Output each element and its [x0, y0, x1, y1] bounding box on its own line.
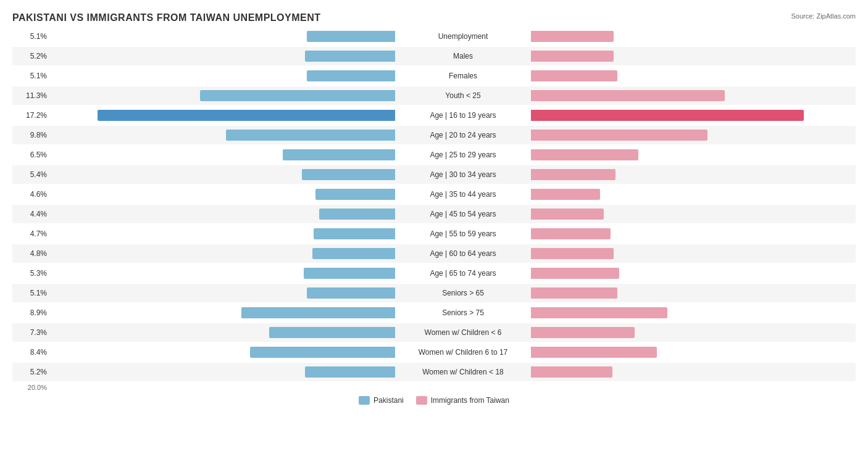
left-value: 17.2%: [12, 111, 49, 120]
left-bar: [241, 307, 395, 318]
left-value: 11.3%: [12, 91, 49, 100]
right-bar: [531, 51, 614, 62]
left-bar: [307, 287, 395, 299]
chart-row: 5.2% Women w/ Children < 18 4.7%: [12, 363, 856, 381]
left-bar-container: [49, 30, 395, 43]
right-bar-container: [531, 247, 868, 260]
left-value: 5.1%: [12, 72, 49, 80]
left-value: 7.3%: [12, 328, 49, 337]
row-label: Seniors > 65: [395, 289, 531, 297]
row-label: Seniors > 75: [395, 308, 531, 317]
left-bar: [319, 209, 395, 220]
right-bar-container: [531, 109, 868, 122]
right-bar-container: [531, 188, 868, 201]
left-bar: [305, 51, 395, 62]
left-value: 9.8%: [12, 131, 49, 139]
left-bar-container: [49, 69, 395, 83]
chart-row: 8.9% Seniors > 75 7.9%: [12, 304, 856, 322]
row-label: Youth < 25: [395, 91, 531, 100]
row-label: Age | 45 to 54 years: [395, 210, 531, 218]
left-bar: [305, 366, 395, 378]
row-label: Unemployment: [395, 32, 531, 41]
left-bar: [283, 149, 395, 160]
row-label: Women w/ Children < 18: [395, 368, 531, 376]
chart-source: Source: ZipAtlas.com: [791, 12, 856, 20]
left-bar-container: [49, 345, 395, 359]
row-label: Age | 35 to 44 years: [395, 190, 531, 199]
right-bar: [531, 248, 614, 259]
right-bar: [531, 90, 725, 101]
chart-area: 5.1% Unemployment 4.8% 5.2% Males 4.8% 5…: [12, 27, 856, 381]
right-bar: [531, 228, 611, 239]
chart-row: 5.3% Age | 65 to 74 years 5.1%: [12, 264, 856, 283]
left-bar: [312, 248, 395, 259]
chart-row: 5.4% Age | 30 to 34 years 4.9%: [12, 165, 856, 184]
left-bar-container: [49, 365, 395, 379]
right-bar-container: [531, 365, 868, 379]
right-bar-container: [531, 49, 868, 63]
left-bar-container: [49, 89, 395, 102]
right-bar-container: [531, 168, 868, 181]
left-value: 4.4%: [12, 210, 49, 218]
left-bar-container: [49, 227, 395, 241]
right-bar-container: [531, 207, 868, 221]
left-bar: [250, 347, 395, 358]
left-bar: [315, 189, 395, 200]
right-bar: [531, 169, 616, 180]
chart-row: 5.1% Seniors > 65 5%: [12, 284, 856, 302]
left-value: 4.7%: [12, 229, 49, 238]
axis-row: 20.0% 20.0%: [12, 384, 856, 391]
right-bar: [531, 307, 667, 318]
right-bar: [531, 366, 612, 378]
row-label: Age | 65 to 74 years: [395, 269, 531, 278]
right-bar-container: [531, 267, 868, 280]
left-value: 8.4%: [12, 348, 49, 357]
row-label: Age | 20 to 24 years: [395, 131, 531, 139]
left-bar: [98, 110, 395, 121]
chart-row: 5.1% Unemployment 4.8%: [12, 27, 856, 46]
left-value: 4.8%: [12, 249, 49, 258]
chart-row: 8.4% Women w/ Children 6 to 17 7.3%: [12, 343, 856, 362]
right-bar: [531, 347, 657, 358]
left-value: 5.1%: [12, 32, 49, 41]
right-bar-container: [531, 128, 868, 142]
chart-row: 6.5% Age | 25 to 29 years 6.2%: [12, 146, 856, 164]
legend-label-pakistani: Pakistani: [373, 396, 404, 405]
left-bar-container: [49, 267, 395, 280]
left-value: 8.9%: [12, 308, 49, 317]
left-bar-container: [49, 247, 395, 260]
right-bar: [531, 31, 614, 42]
chart-row: 4.8% Age | 60 to 64 years 4.8%: [12, 244, 856, 263]
row-label: Males: [395, 52, 531, 60]
row-label: Age | 16 to 19 years: [395, 111, 531, 120]
left-bar-container: [49, 148, 395, 162]
chart-row: 4.6% Age | 35 to 44 years 4%: [12, 185, 856, 204]
left-bar: [307, 31, 395, 42]
left-bar-container: [49, 286, 395, 300]
chart-container: PAKISTANI VS IMMIGRANTS FROM TAIWAN UNEM…: [0, 0, 868, 411]
left-bar-container: [49, 168, 395, 181]
legend: Pakistani Immigrants from Taiwan: [12, 396, 856, 405]
legend-label-taiwan: Immigrants from Taiwan: [431, 396, 509, 405]
chart-row: 5.2% Males 4.8%: [12, 47, 856, 65]
row-label: Age | 55 to 59 years: [395, 229, 531, 238]
left-value: 5.3%: [12, 269, 49, 278]
left-value: 5.4%: [12, 170, 49, 179]
chart-row: 17.2% Age | 16 to 19 years 15.8%: [12, 106, 856, 125]
left-bar: [314, 228, 395, 239]
left-bar-container: [49, 306, 395, 320]
left-bar-container: [49, 128, 395, 142]
chart-row: 5.1% Females 5%: [12, 67, 856, 85]
left-value: 4.6%: [12, 190, 49, 199]
left-bar: [269, 327, 395, 338]
axis-left-label: 20.0%: [12, 384, 49, 391]
chart-row: 7.3% Women w/ Children < 6 6%: [12, 323, 856, 342]
left-bar-container: [49, 49, 395, 63]
right-bar-container: [531, 326, 868, 339]
left-value: 6.5%: [12, 151, 49, 159]
chart-row: 4.4% Age | 45 to 54 years 4.2%: [12, 205, 856, 223]
left-bar: [307, 70, 395, 81]
left-bar-container: [49, 109, 395, 122]
legend-box-pakistani: [359, 396, 370, 405]
right-bar-container: [531, 286, 868, 300]
